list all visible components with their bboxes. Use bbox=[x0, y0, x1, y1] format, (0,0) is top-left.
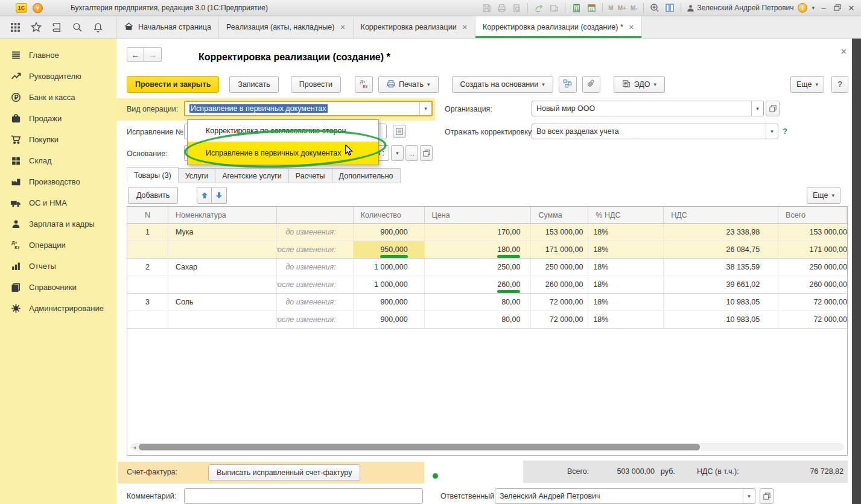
show-postings-button[interactable]: ДтКт bbox=[355, 76, 373, 93]
responsible-open-button[interactable] bbox=[760, 488, 774, 504]
attachments-button[interactable] bbox=[582, 76, 600, 93]
print-icon[interactable] bbox=[496, 2, 507, 13]
col-total[interactable]: Всего bbox=[778, 207, 847, 223]
sidebar-item-bank-cash[interactable]: Банк и касса bbox=[0, 87, 116, 108]
issue-corrected-invoice-button[interactable]: Выписать исправленный счет-фактуру bbox=[208, 464, 360, 481]
move-down-button[interactable] bbox=[212, 187, 227, 204]
add-row-button[interactable]: Добавить bbox=[128, 187, 178, 204]
sidebar-item-administration[interactable]: Администрирование bbox=[0, 298, 116, 319]
memory-plus-button[interactable]: M+ bbox=[618, 5, 626, 11]
tab-correction-new[interactable]: Корректировка реализации (создание) * ✕ bbox=[475, 16, 642, 38]
save-icon[interactable] bbox=[481, 2, 492, 13]
tab-realization[interactable]: Реализация (акты, накладные) ✕ bbox=[219, 16, 354, 38]
reflect-correction-combobox[interactable]: Во всех разделах учета ▾ bbox=[532, 124, 778, 139]
reflect-help-icon[interactable]: ? bbox=[783, 127, 787, 136]
table-row[interactable]: после изменения: 900,000 80,00 72 000,00… bbox=[127, 311, 847, 329]
col-sum[interactable]: Сумма bbox=[531, 207, 588, 223]
sidebar-item-operations[interactable]: ДтКтОперации bbox=[0, 235, 116, 256]
search-icon[interactable] bbox=[72, 22, 83, 33]
organization-field[interactable]: Новый мир ООО ▾ bbox=[532, 101, 764, 116]
tab-correction-list[interactable]: Корректировка реализации ✕ bbox=[354, 16, 475, 38]
back-button[interactable]: ← bbox=[127, 47, 144, 62]
col-qty[interactable]: Количество bbox=[354, 207, 425, 223]
combo-arrow-icon[interactable]: ▾ bbox=[419, 102, 431, 115]
notifications-bell-icon[interactable] bbox=[93, 22, 103, 33]
combo-arrow-icon[interactable]: ▾ bbox=[743, 489, 755, 503]
edo-button[interactable]: ЭДО▾ bbox=[614, 76, 665, 93]
close-tab-icon[interactable]: ✕ bbox=[462, 24, 468, 31]
related-documents-button[interactable] bbox=[559, 76, 577, 93]
restore-button[interactable] bbox=[833, 4, 842, 13]
forward-button[interactable]: → bbox=[144, 47, 162, 62]
print-preview-icon[interactable] bbox=[511, 2, 522, 13]
sidebar-item-sales[interactable]: Продажи bbox=[0, 108, 116, 129]
tab-agency-services[interactable]: Агентские услуги bbox=[215, 168, 289, 183]
create-based-on-button[interactable]: Создать на основании▾ bbox=[452, 76, 553, 93]
current-user[interactable]: Зеленский Андрей Петрович bbox=[687, 4, 794, 12]
table-row[interactable]: 2 Сахар до изменения: 1 000,000 250,00 2… bbox=[127, 259, 847, 276]
calendar-icon[interactable]: 31 bbox=[586, 2, 597, 13]
base-choose-button[interactable]: ... bbox=[405, 145, 418, 161]
close-form-icon[interactable]: ✕ bbox=[840, 47, 847, 56]
tab-services[interactable]: Услуги bbox=[179, 168, 215, 183]
post-and-close-button[interactable]: Провести и закрыть bbox=[127, 76, 219, 93]
chevron-down-icon[interactable]: ▾ bbox=[812, 5, 815, 11]
sidebar-item-main[interactable]: Главное bbox=[0, 45, 116, 66]
organization-open-button[interactable] bbox=[766, 101, 780, 116]
print-button[interactable]: Печать▾ bbox=[378, 76, 438, 93]
sidebar-item-references[interactable]: Справочники bbox=[0, 277, 116, 298]
col-change[interactable] bbox=[277, 207, 354, 223]
sidebar-item-fixed-assets[interactable]: ОС и НМА bbox=[0, 192, 116, 213]
add-link-icon[interactable] bbox=[533, 2, 544, 13]
table-more-button[interactable]: Еще▾ bbox=[807, 187, 840, 204]
move-up-button[interactable] bbox=[197, 187, 212, 204]
table-row[interactable]: 1 Мука до изменения: 900,000 170,00 153 … bbox=[127, 224, 847, 241]
combo-arrow-icon[interactable]: ▾ bbox=[751, 101, 763, 116]
tab-goods[interactable]: Товары (3) bbox=[127, 167, 179, 183]
responsible-field[interactable]: Зеленский Андрей Петрович ▾ bbox=[495, 488, 755, 504]
split-view-icon[interactable] bbox=[664, 2, 675, 13]
tab-additional[interactable]: Дополнительно bbox=[332, 168, 401, 183]
dropdown-item-agreement[interactable]: Корректировка по согласованию сторон bbox=[188, 120, 378, 142]
history-icon[interactable] bbox=[52, 22, 62, 33]
sidebar-item-manager[interactable]: Руководителю bbox=[0, 66, 116, 87]
col-vat[interactable]: НДС bbox=[664, 207, 778, 223]
calculator-icon[interactable] bbox=[571, 2, 582, 13]
info-button[interactable]: i bbox=[798, 3, 807, 13]
sidebar-item-purchases[interactable]: Покупки bbox=[0, 129, 116, 150]
memory-recall-button[interactable]: M bbox=[608, 5, 613, 11]
table-row[interactable]: после изменения: 1 000,000 260,00 260 00… bbox=[127, 276, 847, 294]
zoom-in-icon[interactable] bbox=[649, 2, 660, 13]
memory-minus-button[interactable]: M- bbox=[631, 5, 638, 11]
post-button[interactable]: Провести bbox=[291, 76, 341, 93]
base-combo-arrow-button[interactable]: ▾ bbox=[391, 145, 404, 161]
col-nomenclature[interactable]: Номенклатура bbox=[168, 207, 277, 223]
sidebar-item-salary-hr[interactable]: Зарплата и кадры bbox=[0, 213, 116, 235]
tab-settlements[interactable]: Расчеты bbox=[289, 168, 332, 183]
table-row[interactable]: 3 Соль до изменения: 900,000 80,00 72 00… bbox=[127, 294, 847, 311]
scrollbar-thumb[interactable] bbox=[139, 444, 700, 450]
combo-arrow-icon[interactable]: ▾ bbox=[766, 124, 778, 139]
comment-input[interactable] bbox=[184, 488, 423, 504]
minimize-button[interactable]: – bbox=[819, 4, 828, 13]
operation-type-combobox[interactable]: Исправление в первичных документах ▾ bbox=[184, 101, 433, 116]
close-window-button[interactable]: ✕ bbox=[847, 4, 856, 13]
sidebar-item-warehouse[interactable]: Склад bbox=[0, 150, 116, 171]
sections-grid-icon[interactable] bbox=[10, 22, 21, 33]
table-row[interactable]: после изменения: 950,000 180,00 171 000,… bbox=[127, 241, 847, 259]
list-select-button[interactable] bbox=[393, 125, 406, 138]
favorites-star-icon[interactable] bbox=[31, 22, 42, 33]
tab-home[interactable]: Начальная страница bbox=[116, 16, 219, 38]
main-menu-button[interactable]: ▼ bbox=[33, 3, 43, 13]
more-button[interactable]: Еще▾ bbox=[790, 76, 824, 93]
col-price[interactable]: Цена bbox=[425, 207, 532, 223]
help-button[interactable]: ? bbox=[831, 76, 848, 93]
save-button[interactable]: Записать bbox=[229, 76, 278, 93]
scroll-left-icon[interactable]: ◂ bbox=[130, 444, 139, 450]
sidebar-item-production[interactable]: Производство bbox=[0, 171, 116, 192]
close-tab-icon[interactable]: ✕ bbox=[340, 24, 345, 31]
base-open-button[interactable] bbox=[420, 145, 433, 161]
col-n[interactable]: N bbox=[127, 207, 168, 223]
col-vat-rate[interactable]: % НДС bbox=[588, 207, 664, 223]
horizontal-scrollbar[interactable]: ◂ bbox=[130, 443, 844, 451]
